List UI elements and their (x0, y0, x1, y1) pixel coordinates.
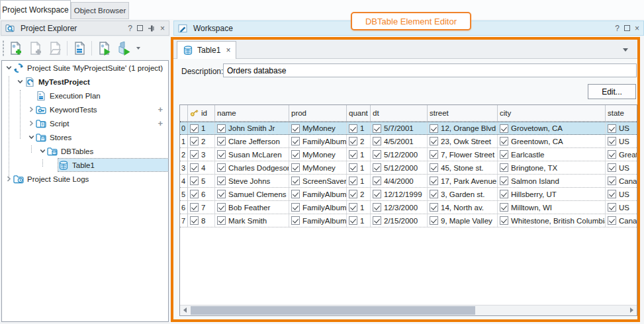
tree-item-keywordtests[interactable]: KeywordTests + (2, 102, 168, 116)
cell-name[interactable]: Clare Jefferson (215, 135, 289, 147)
open-item-button[interactable] (45, 39, 65, 58)
cell-quant[interactable]: 1 (347, 175, 371, 187)
cell-checkbox[interactable] (430, 177, 438, 185)
horizontal-scrollbar[interactable] (180, 305, 637, 315)
cell-prod[interactable]: FamilyAlbum (289, 214, 347, 227)
cell-checkbox[interactable] (291, 137, 300, 145)
run-dropdown-icon[interactable] (136, 47, 140, 50)
tab-project-workspace[interactable]: Project Workspace (0, 0, 71, 19)
cell-quant[interactable]: 1 (347, 214, 371, 227)
tree-item-project-suite-logs[interactable]: Project Suite Logs (2, 172, 168, 186)
cell-city[interactable]: Milltown, WI (498, 201, 606, 214)
cell-checkbox[interactable] (190, 177, 199, 185)
cell-name[interactable]: John Smith Jr (215, 122, 289, 134)
cell-checkbox[interactable] (608, 203, 616, 212)
cell-quant[interactable]: 1 (347, 201, 371, 214)
cell-checkbox[interactable] (373, 177, 381, 185)
cell-state[interactable]: US (606, 161, 637, 174)
cell-checkbox[interactable] (430, 137, 438, 145)
tree-item-stores[interactable]: Stores (2, 130, 168, 144)
cell-state[interactable]: US (606, 122, 637, 134)
column-header-state[interactable]: state (606, 105, 637, 121)
new-item-button[interactable] (25, 39, 45, 58)
tree-item-dbtables[interactable]: DBTables (2, 144, 168, 158)
cell-checkbox[interactable] (373, 216, 381, 225)
expander-open-icon[interactable] (38, 147, 47, 155)
cell-street[interactable]: 12, Orange Blvd (428, 122, 498, 134)
cell-checkbox[interactable] (349, 177, 357, 185)
cell-checkbox[interactable] (500, 190, 508, 198)
cell-street[interactable]: 7, Flower Street (428, 148, 498, 161)
cell-id[interactable]: 8 (188, 214, 215, 227)
cell-street[interactable]: 3, Garden st. (428, 188, 498, 200)
scroll-right-icon[interactable] (630, 307, 633, 313)
cell-prod[interactable]: MyMoney (289, 148, 347, 161)
scroll-left-icon[interactable] (183, 307, 187, 313)
cell-quant[interactable]: 2 (347, 188, 371, 200)
help-icon[interactable]: ? (128, 24, 132, 32)
column-header-id[interactable]: id (188, 105, 215, 121)
cell-state[interactable]: Canada (606, 175, 637, 187)
cell-street[interactable]: 17, Park Avenue (428, 175, 498, 187)
cell-prod[interactable]: FamilyAlbum (289, 135, 347, 147)
cell-checkbox[interactable] (190, 163, 199, 172)
cell-dt[interactable]: 4/5/2001 (371, 135, 428, 147)
cell-id[interactable]: 4 (188, 161, 215, 174)
cell-checkbox[interactable] (608, 190, 616, 198)
cell-checkbox[interactable] (217, 124, 226, 133)
cell-checkbox[interactable] (608, 124, 616, 133)
cell-checkbox[interactable] (217, 150, 226, 159)
cell-dt[interactable]: 12/3/2000 (371, 201, 428, 214)
cell-dt[interactable]: 5/12/2000 (371, 161, 428, 174)
maximize-icon[interactable] (624, 25, 630, 31)
tab-table1[interactable]: Table1 × (177, 41, 236, 59)
tree-item-mytestproject[interactable]: MyTestProject (2, 75, 168, 89)
cell-street[interactable]: 9, Maple Valley (428, 214, 498, 227)
cell-prod[interactable]: MyMoney (289, 122, 347, 134)
add-new-item-button[interactable] (5, 39, 25, 58)
cell-checkbox[interactable] (190, 203, 199, 212)
cell-checkbox[interactable] (349, 150, 357, 159)
cell-checkbox[interactable] (349, 163, 357, 172)
cell-id[interactable]: 6 (188, 188, 215, 200)
column-header-name[interactable]: name (215, 105, 289, 121)
cell-checkbox[interactable] (217, 216, 226, 225)
expander-open-icon[interactable] (5, 63, 13, 72)
cell-checkbox[interactable] (349, 137, 357, 145)
cell-checkbox[interactable] (500, 150, 508, 159)
cell-checkbox[interactable] (291, 216, 300, 225)
cell-state[interactable]: US (606, 135, 637, 147)
cell-state[interactable]: Canada (606, 214, 637, 227)
cell-prod[interactable]: ScreenSaver (289, 175, 347, 187)
tab-list-dropdown-icon[interactable] (623, 48, 628, 52)
cell-checkbox[interactable] (500, 216, 508, 225)
cell-checkbox[interactable] (291, 163, 300, 172)
add-item-icon[interactable]: + (158, 118, 163, 128)
table-row[interactable]: 12Clare JeffersonFamilyAlbum24/5/200123,… (180, 135, 637, 148)
tree-item-table1[interactable]: Table1 (2, 158, 168, 172)
cell-checkbox[interactable] (430, 190, 438, 198)
cell-checkbox[interactable] (349, 216, 357, 225)
pin-icon[interactable] (148, 24, 156, 32)
run-project-suite-button[interactable] (114, 39, 134, 58)
cell-checkbox[interactable] (500, 203, 508, 212)
cell-checkbox[interactable] (608, 137, 616, 145)
cell-city[interactable]: Greentown, CA (498, 135, 606, 147)
cell-city[interactable]: Grovetown, CA (498, 122, 606, 134)
run-project-button[interactable] (94, 39, 114, 58)
column-header-dt[interactable]: dt (371, 105, 428, 121)
cell-dt[interactable]: 2/15/2000 (371, 214, 428, 227)
cell-name[interactable]: Mark Smith (215, 214, 289, 227)
cell-checkbox[interactable] (349, 190, 357, 198)
cell-checkbox[interactable] (608, 150, 616, 159)
table-row[interactable]: 78Mark SmithFamilyAlbum12/15/20009, Mapl… (180, 214, 637, 227)
cell-dt[interactable]: 5/12/2000 (371, 148, 428, 161)
tree-item-project-suite-myprojectsuite-1-project[interactable]: Project Suite 'MyProjectSuite' (1 projec… (2, 61, 168, 75)
cell-checkbox[interactable] (500, 124, 508, 133)
cell-checkbox[interactable] (291, 124, 300, 133)
tree-item-execution-plan[interactable]: Execution Plan (2, 89, 168, 102)
cell-id[interactable]: 7 (188, 201, 215, 214)
cell-checkbox[interactable] (373, 124, 381, 133)
cell-prod[interactable]: FamilyAlbum (289, 201, 347, 214)
cell-checkbox[interactable] (291, 177, 300, 185)
